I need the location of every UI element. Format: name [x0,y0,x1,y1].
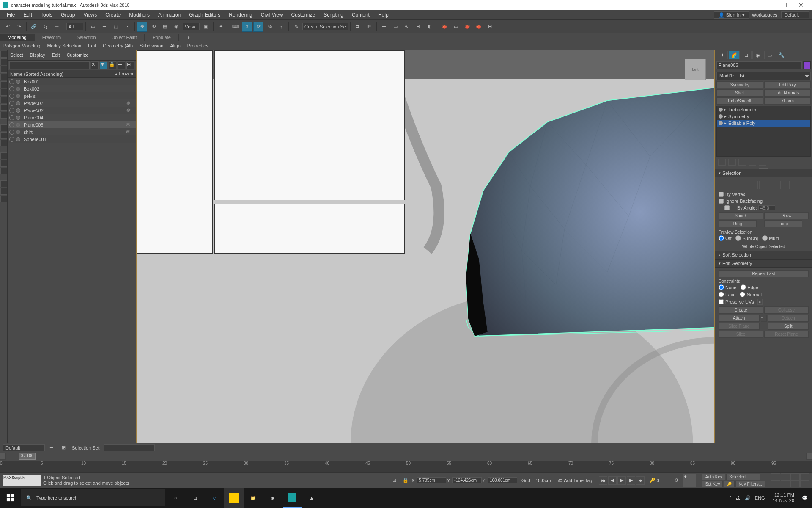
angle-snap-button[interactable]: ⟳ [253,22,263,32]
ribbon-sub-subdiv[interactable]: Subdivision [136,42,167,49]
redo-button[interactable]: ↷ [14,22,24,32]
modbtn-shell[interactable]: Shell [716,89,763,97]
tab-motion[interactable]: ◉ [752,51,763,59]
keymode-icon[interactable]: 🔑 [724,481,735,487]
layer-explorer-button[interactable]: ☰ [379,22,389,32]
leftstrip-btn[interactable] [0,160,7,167]
maximize-button[interactable]: ❐ [776,2,793,8]
radio-edge[interactable]: Edge [741,284,758,290]
menu-tools[interactable]: Tools [36,12,57,18]
chk-by-vertex[interactable]: By Vertex [719,191,809,198]
nav-pan[interactable] [771,480,780,487]
named-sel-dropdown[interactable]: Create Selection Se [302,23,348,30]
btn-ring[interactable]: Ring [719,220,757,227]
viewport-top-right[interactable] [214,50,405,200]
visibility-icon[interactable] [9,115,14,120]
coord-x-input[interactable]: 5.785cm [417,477,446,483]
scene-row[interactable]: Plane002❄ [8,107,136,114]
use-pivot-button[interactable]: ▣ [201,22,211,32]
time-next[interactable] [806,453,812,460]
time-tag-icon[interactable]: 🏷 [557,478,562,483]
ribbon-tab-selection[interactable]: Selection [69,34,104,41]
rollout-editgeo-header[interactable]: ▾Edit Geometry [715,259,812,268]
ribbon-tab-toggle[interactable]: ⏵ [179,34,199,41]
key-mode-btn[interactable]: 🔑 [650,478,656,483]
taskbar-vlc[interactable]: ▲ [302,488,321,508]
play-button[interactable]: ▶ [617,476,626,485]
time-slider[interactable]: 0 / 100 [0,452,812,461]
add-time-tag[interactable]: Add Time Tag [564,478,592,483]
modbtn-xform[interactable]: XForm [764,97,811,105]
scene-row[interactable]: Plane004 [8,114,136,121]
visibility-icon[interactable] [9,79,14,84]
subobj-polygon[interactable] [770,181,779,189]
menu-grapheditors[interactable]: Graph Editors [185,12,225,18]
modifier-stack-row[interactable]: ▸Symmetry [717,113,810,120]
visibility-icon[interactable] [9,101,14,106]
leftstrip-btn[interactable] [0,140,7,146]
goto-start-button[interactable]: ⏮ [599,476,607,485]
select-rotate-button[interactable]: ⟲ [148,22,159,32]
viewport-bottom-right[interactable] [214,204,405,254]
leftstrip-btn[interactable] [0,132,7,139]
menu-views[interactable]: Views [79,12,101,18]
modifier-toggle-icon[interactable] [719,108,723,112]
taskbar-taskview[interactable]: ⊞ [185,488,205,508]
nav-maximize[interactable] [800,480,809,487]
btn-create[interactable]: Create [719,306,763,314]
tab-hierarchy[interactable]: ⊟ [741,51,752,59]
scene-tab-edit[interactable]: Edit [52,52,60,58]
layer-dropdown[interactable]: Default [3,444,45,451]
align-button[interactable]: ⊫ [364,22,374,32]
set-key-large-btn[interactable]: ✦ [683,474,696,487]
layer-btn1[interactable]: ☰ [47,443,57,453]
minimize-button[interactable]: — [759,2,776,8]
taskbar-cortana[interactable]: ○ [166,488,185,508]
link-button[interactable]: 🔗 [29,22,39,32]
prev-frame-button[interactable]: ◀ [608,476,617,485]
render-setup-button[interactable]: 🫖 [439,22,450,32]
visibility-icon[interactable] [9,86,14,91]
taskbar-edge[interactable]: e [205,488,224,508]
close-button[interactable]: ✕ [793,2,809,8]
rollout-selection-header[interactable]: ▾Selection [715,169,812,177]
ref-coord-dropdown[interactable]: View [183,23,200,30]
scene-row[interactable]: Plane005❄ [8,121,136,128]
rect-region-button[interactable]: ⬚ [111,22,121,32]
modifier-list-dropdown[interactable]: Modifier List [716,72,811,80]
window-crossing-button[interactable]: ⊡ [122,22,132,32]
menu-modifiers[interactable]: Modifiers [125,12,154,18]
tray-lang[interactable]: ENG [755,495,765,500]
nav-zoom[interactable] [771,473,780,480]
modbtn-editpoly[interactable]: Edit Poly [764,81,811,88]
time-slider-thumb[interactable]: 0 / 100 [19,453,36,460]
render-prod-button[interactable]: 🫖 [462,22,472,32]
ribbon-tab-populate[interactable]: Populate [145,34,178,41]
taskbar-explorer[interactable]: 📁 [244,488,263,508]
btn-attach[interactable]: Attach [719,315,760,322]
tray-network-icon[interactable]: 🖧 [736,495,741,500]
isolate-btn[interactable]: ⊡ [390,475,400,486]
menu-content[interactable]: Content [348,12,374,18]
ribbon-sub-properties[interactable]: Properties [184,42,212,49]
menu-group[interactable]: Group [57,12,79,18]
leftstrip-btn[interactable] [0,104,7,111]
leftstrip-btn[interactable] [0,97,7,103]
stack-show-btn[interactable] [728,159,736,166]
btn-reset-plane[interactable]: Reset Plane [764,331,809,338]
angle-spinner[interactable] [758,205,775,210]
scene-tab-select[interactable]: Select [10,52,23,58]
ribbon-sub-polymodeling[interactable]: Polygon Modeling [0,42,44,49]
select-scale-button[interactable]: ▤ [160,22,170,32]
menu-rendering[interactable]: Rendering [225,12,256,18]
nav-fov[interactable] [800,473,809,480]
scene-row[interactable]: Box002 [8,85,136,92]
tab-utilities[interactable]: 🔧 [776,51,787,59]
btn-slice[interactable]: Slice [719,331,763,338]
leftstrip-btn[interactable] [0,66,7,73]
stack-pin-btn[interactable] [718,159,726,166]
mirror-button[interactable]: ⇄ [353,22,363,32]
chk-preserve-uvs[interactable]: Preserve UVs ▫ [719,298,809,306]
btn-collapse[interactable]: Collapse [764,306,809,314]
leftstrip-btn[interactable] [0,152,7,159]
